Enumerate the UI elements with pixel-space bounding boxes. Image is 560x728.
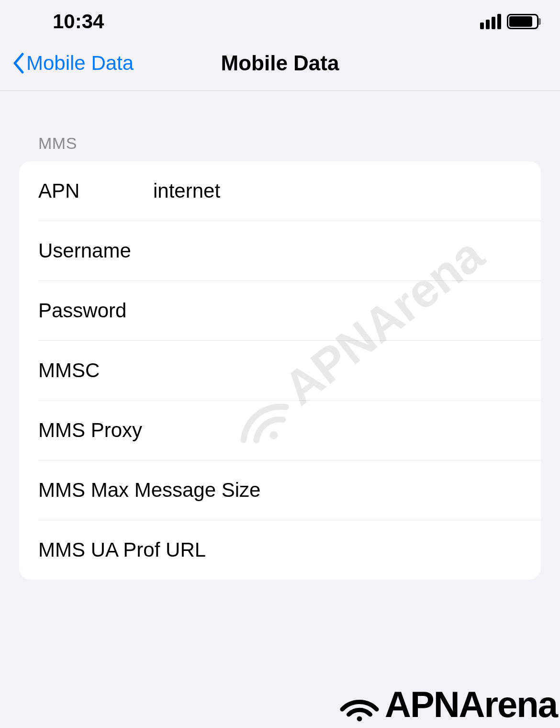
svg-point-1	[357, 716, 362, 721]
status-bar: 10:34	[0, 0, 560, 41]
navigation-bar: Mobile Data Mobile Data	[0, 41, 560, 91]
row-username[interactable]: Username	[38, 221, 541, 281]
label-mms-ua-prof: MMS UA Prof URL	[38, 538, 206, 561]
row-mms-proxy[interactable]: MMS Proxy	[38, 401, 541, 460]
cellular-signal-icon	[480, 14, 501, 29]
section-header-mms: MMS	[19, 134, 541, 161]
row-password[interactable]: Password	[38, 281, 541, 341]
page-title: Mobile Data	[221, 51, 339, 75]
content-area: MMS APN internet Username Password MMSC …	[0, 91, 560, 580]
watermark-bottom: APNArena	[338, 683, 557, 725]
row-apn[interactable]: APN internet	[38, 161, 541, 221]
wifi-icon	[338, 688, 381, 721]
row-mmsc[interactable]: MMSC	[38, 341, 541, 401]
value-apn: internet	[153, 179, 220, 202]
label-password: Password	[38, 299, 153, 322]
battery-icon	[507, 14, 538, 29]
chevron-left-icon	[12, 52, 24, 74]
label-username: Username	[38, 239, 153, 262]
back-label: Mobile Data	[26, 52, 134, 75]
row-mms-ua-prof[interactable]: MMS UA Prof URL	[19, 520, 541, 580]
label-mms-max-size: MMS Max Message Size	[38, 479, 260, 502]
status-icons	[480, 14, 538, 29]
status-time: 10:34	[53, 10, 104, 33]
back-button[interactable]: Mobile Data	[12, 52, 134, 75]
row-mms-max-size[interactable]: MMS Max Message Size	[38, 460, 541, 520]
label-apn: APN	[38, 179, 153, 202]
settings-group-mms: APN internet Username Password MMSC MMS …	[19, 161, 541, 580]
label-mmsc: MMSC	[38, 359, 153, 382]
label-mms-proxy: MMS Proxy	[38, 419, 153, 442]
watermark-text: APNArena	[385, 683, 557, 725]
